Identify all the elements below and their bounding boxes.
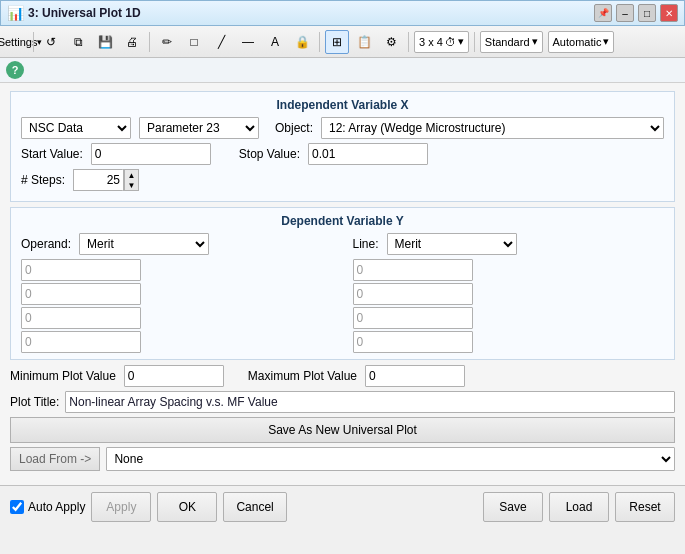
line-button[interactable]: ╱ (209, 30, 233, 54)
clock-icon: ⏱ (445, 36, 456, 48)
operand-label: Operand: (21, 237, 71, 251)
load-from-button[interactable]: Load From -> (10, 447, 100, 471)
chevron-grid-icon: ▾ (458, 35, 464, 48)
object-label: Object: (275, 121, 313, 135)
title-bar: 📊 3: Universal Plot 1D 📌 – □ ✕ (0, 0, 685, 26)
reset-button[interactable]: Reset (615, 492, 675, 522)
load-select[interactable]: None (106, 447, 675, 471)
auto-apply-checkbox[interactable] (10, 500, 24, 514)
chevron-std-icon: ▾ (532, 35, 538, 48)
independent-row2: Start Value: 0 Stop Value: 0.01 (21, 143, 664, 165)
pencil-button[interactable]: ✏ (155, 30, 179, 54)
dep-left-field-2[interactable]: 0 (21, 283, 141, 305)
independent-section: Independent Variable X NSC Data Paramete… (10, 91, 675, 202)
print-button[interactable]: 🖨 (120, 30, 144, 54)
minimize-button[interactable]: – (616, 4, 634, 22)
automatic-label: Automatic (553, 36, 602, 48)
settings-label: Settings (0, 36, 37, 48)
refresh-button[interactable]: ↺ (39, 30, 63, 54)
window-title: 3: Universal Plot 1D (28, 6, 141, 20)
automatic-dropdown[interactable]: Automatic ▾ (548, 31, 615, 53)
sep2 (149, 32, 150, 52)
right-fields: 0 0 0 0 (353, 259, 665, 353)
load-from-label: Load From -> (19, 452, 91, 466)
grid-icon: ⊞ (332, 35, 342, 49)
standard-label: Standard (485, 36, 530, 48)
save-toolbar-button[interactable]: 💾 (93, 30, 117, 54)
stop-value-input[interactable]: 0.01 (308, 143, 428, 165)
refresh-icon: ↺ (46, 35, 56, 49)
auto-apply-label: Auto Apply (28, 500, 85, 514)
operand-select[interactable]: Merit (79, 233, 209, 255)
start-value-input[interactable]: 0 (91, 143, 211, 165)
rect-icon: □ (190, 35, 197, 49)
pin-button[interactable]: 📌 (594, 4, 612, 22)
load-row: Load From -> None (10, 447, 675, 471)
source-select[interactable]: NSC Data (21, 117, 131, 139)
steps-spinner: ▲ ▼ (123, 169, 139, 191)
steps-label: # Steps: (21, 173, 65, 187)
save-universal-label: Save As New Universal Plot (268, 423, 417, 437)
min-plot-input[interactable]: 0 (124, 365, 224, 387)
sep3 (319, 32, 320, 52)
maximize-button[interactable]: □ (638, 4, 656, 22)
save-universal-button[interactable]: Save As New Universal Plot (10, 417, 675, 443)
rect-button[interactable]: □ (182, 30, 206, 54)
max-plot-input[interactable]: 0 (365, 365, 465, 387)
grid-size-label: 3 x 4 (419, 36, 443, 48)
dep-right-field-1[interactable]: 0 (353, 259, 473, 281)
dep-left-field-1[interactable]: 0 (21, 259, 141, 281)
save-icon: 💾 (98, 35, 113, 49)
copy-button[interactable]: ⧉ (66, 30, 90, 54)
dep-right-field-3[interactable]: 0 (353, 307, 473, 329)
dash-button[interactable]: — (236, 30, 260, 54)
steps-up-button[interactable]: ▲ (124, 170, 138, 180)
dep-right-field-2[interactable]: 0 (353, 283, 473, 305)
right-operand-col: Line: Merit 0 0 0 0 (353, 233, 665, 353)
chevron-auto-icon: ▾ (603, 35, 609, 48)
operand-fields: Operand: Merit 0 0 0 0 Line: Merit (21, 233, 664, 353)
independent-row3: # Steps: 25 ▲ ▼ (21, 169, 664, 191)
lock-icon: 🔒 (295, 35, 310, 49)
copy-icon: ⧉ (74, 35, 83, 49)
dep-left-field-3[interactable]: 0 (21, 307, 141, 329)
dep-right-field-4[interactable]: 0 (353, 331, 473, 353)
standard-dropdown[interactable]: Standard ▾ (480, 31, 543, 53)
left-operand-col: Operand: Merit 0 0 0 0 (21, 233, 333, 353)
text-button[interactable]: A (263, 30, 287, 54)
line-select[interactable]: Merit (387, 233, 517, 255)
help-row: ? (0, 58, 685, 83)
steps-down-button[interactable]: ▼ (124, 180, 138, 190)
sep4 (408, 32, 409, 52)
dependent-header: Dependent Variable Y (21, 214, 664, 228)
cancel-button[interactable]: Cancel (223, 492, 286, 522)
apply-button[interactable]: Apply (91, 492, 151, 522)
param-select[interactable]: Parameter 23 (139, 117, 259, 139)
text-icon: A (271, 35, 279, 49)
plot-title-input[interactable]: Non-linear Array Spacing v.s. MF Value (65, 391, 675, 413)
lock-button[interactable]: 🔒 (290, 30, 314, 54)
dep-left-field-4[interactable]: 0 (21, 331, 141, 353)
chart-icon: 📋 (357, 35, 372, 49)
plot-title-row: Plot Title: Non-linear Array Spacing v.s… (10, 391, 675, 413)
grid-button[interactable]: ⊞ (325, 30, 349, 54)
plot-section: Minimum Plot Value 0 Maximum Plot Value … (10, 365, 675, 471)
min-plot-label: Minimum Plot Value (10, 369, 116, 383)
independent-row1: NSC Data Parameter 23 Object: 12: Array … (21, 117, 664, 139)
chart-button[interactable]: 📋 (352, 30, 376, 54)
line-icon: ╱ (218, 35, 225, 49)
max-plot-label: Maximum Plot Value (248, 369, 357, 383)
object-select[interactable]: 12: Array (Wedge Microstructure) (321, 117, 664, 139)
settings-button[interactable]: ⌂ Settings ▾ (4, 30, 28, 54)
sep5 (474, 32, 475, 52)
grid-size-dropdown[interactable]: 3 x 4 ⏱ ▾ (414, 31, 469, 53)
save-button[interactable]: Save (483, 492, 543, 522)
help-icon[interactable]: ? (6, 61, 24, 79)
window-icon: 📊 (7, 5, 24, 21)
steps-wrap: 25 ▲ ▼ (73, 169, 139, 191)
load-button[interactable]: Load (549, 492, 609, 522)
close-button[interactable]: ✕ (660, 4, 678, 22)
steps-input[interactable]: 25 (73, 169, 123, 191)
ok-button[interactable]: OK (157, 492, 217, 522)
settings2-button[interactable]: ⚙ (379, 30, 403, 54)
